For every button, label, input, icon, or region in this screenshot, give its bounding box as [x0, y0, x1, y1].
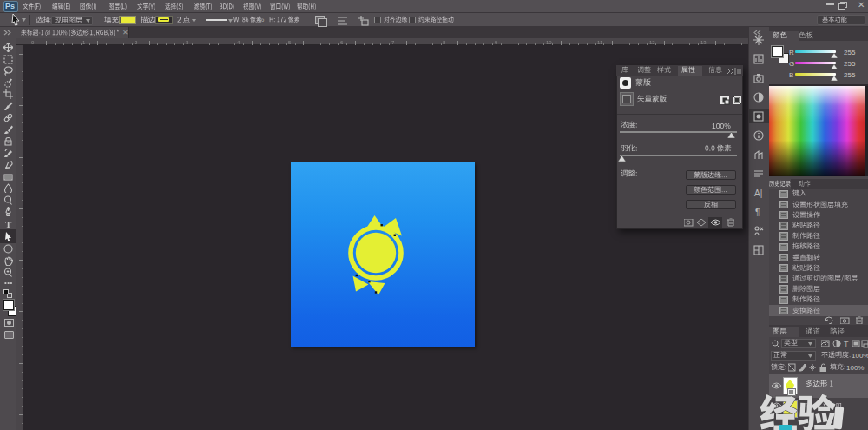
- svg-text:A|: A|: [754, 189, 762, 198]
- svg-text:T: T: [844, 340, 849, 348]
- svg-text:T: T: [5, 219, 12, 228]
- svg-text:¶: ¶: [755, 208, 760, 217]
